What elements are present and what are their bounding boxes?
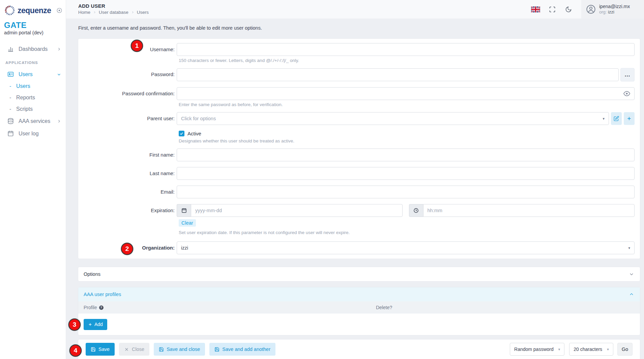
random-password-value: Random password: [514, 347, 554, 352]
sidebar-item-user-log[interactable]: User log: [0, 127, 66, 140]
expiration-label: Expiration:: [78, 204, 177, 217]
caret-down-icon: ▾: [558, 347, 560, 352]
clear-expiration-link[interactable]: Clear: [179, 219, 196, 227]
password-options-button[interactable]: ...: [620, 68, 635, 81]
active-help: Designates whether this user should be t…: [179, 138, 640, 143]
main-area: ADD USER Home User database Users: [66, 0, 644, 359]
sidebar-item-dashboards[interactable]: Dashboards: [0, 43, 66, 55]
caret-down-icon: ▾: [607, 347, 609, 352]
caret-down-icon: ▾: [603, 117, 605, 121]
sidebar-item-aaa-services[interactable]: AAA services: [0, 115, 66, 127]
password-length-value: 20 characters: [574, 347, 602, 352]
save-label: Save: [98, 347, 110, 352]
breadcrumb-user-database[interactable]: User database: [99, 10, 128, 15]
user-menu[interactable]: ipena@izzi.mx org: izzi: [581, 0, 644, 19]
step-badge-4: 4: [69, 345, 82, 357]
expiration-date-input[interactable]: [191, 204, 403, 217]
action-footer: Save Close Save and close Save and add a…: [78, 339, 640, 359]
breadcrumb: Home User database Users: [78, 10, 149, 15]
save-floppy-icon: [214, 347, 219, 352]
email-input[interactable]: [177, 186, 635, 198]
add-parent-user-button[interactable]: [624, 112, 635, 125]
password-length-select[interactable]: 20 characters ▾: [569, 343, 613, 356]
username-row: Username:: [78, 43, 640, 56]
close-x-icon: [124, 347, 129, 352]
random-password-select[interactable]: Random password ▾: [510, 343, 564, 356]
save-button[interactable]: Save: [86, 343, 115, 356]
close-label: Close: [132, 347, 144, 352]
sidebar-item-label: Users: [19, 71, 33, 77]
dash-bullet: -: [9, 83, 16, 89]
brand-subtitle: admin portal (dev): [4, 30, 62, 35]
intro-text: First, enter a username and password. Th…: [78, 19, 640, 39]
chevron-right-icon: [93, 11, 96, 14]
add-profile-label: Add: [94, 322, 103, 327]
first-name-label: First name:: [78, 149, 177, 161]
options-panel[interactable]: Options: [78, 267, 640, 281]
go-button[interactable]: Go: [617, 343, 633, 356]
clock-icon: [413, 208, 419, 213]
dark-mode-moon-icon[interactable]: [565, 6, 572, 13]
save-and-add-another-label: Save and add another: [222, 347, 270, 352]
logo-text: zequenze: [18, 6, 51, 15]
expiration-time-input[interactable]: [423, 204, 635, 217]
edit-parent-user-button[interactable]: [611, 112, 622, 125]
eye-icon[interactable]: [623, 90, 630, 97]
password-confirmation-input[interactable]: [177, 87, 635, 100]
sidebar-subitem-users[interactable]: - Users: [0, 80, 66, 92]
password-row: Password: ...: [78, 68, 640, 81]
aaa-user-profiles-panel: AAA user profiles Profile ? Delete? A: [78, 287, 640, 335]
expiration-help: Set user expiration date. If this parame…: [179, 230, 640, 235]
options-title: Options: [84, 271, 100, 277]
page-title: ADD USER: [78, 3, 149, 9]
date-picker-button[interactable]: [177, 204, 191, 217]
breadcrumb-users[interactable]: Users: [137, 10, 149, 15]
caret-down-icon: ▾: [628, 246, 630, 250]
language-flag-icon[interactable]: [531, 6, 540, 12]
logo-row: zequenze: [0, 3, 66, 16]
email-label: Email:: [78, 186, 177, 198]
sidebar-subitem-reports[interactable]: - Reports: [0, 92, 66, 103]
dash-bullet: -: [9, 95, 16, 101]
sidebar-subitem-scripts[interactable]: - Scripts: [0, 103, 66, 115]
save-floppy-icon: [159, 347, 164, 352]
password-input[interactable]: [177, 68, 619, 81]
save-floppy-icon: [91, 347, 96, 352]
organization-select[interactable]: izzi ▾: [177, 241, 635, 254]
step-badge-2: 2: [121, 243, 133, 255]
user-org: org: izzi: [599, 9, 630, 15]
fullscreen-icon[interactable]: [549, 6, 556, 13]
chevron-up-icon: [629, 292, 634, 297]
edit-pencil-icon: [614, 116, 619, 121]
password-confirmation-label: Password confirmation:: [78, 87, 177, 100]
content-area: First, enter a username and password. Th…: [66, 19, 644, 335]
add-profile-button[interactable]: Add: [84, 319, 107, 330]
username-help: 150 characters or fewer. Letters, digits…: [179, 58, 640, 63]
last-name-input[interactable]: [177, 167, 635, 180]
first-name-input[interactable]: [177, 149, 635, 161]
username-input[interactable]: [177, 43, 635, 56]
step-badge-3: 3: [68, 319, 81, 331]
last-name-label: Last name:: [78, 167, 177, 180]
profiles-table-body: Add: [78, 314, 640, 335]
time-picker-button[interactable]: [409, 204, 423, 217]
close-button[interactable]: Close: [119, 343, 149, 356]
sidebar-item-users-group[interactable]: Users: [0, 68, 66, 80]
active-checkbox[interactable]: [179, 131, 184, 136]
org-label: org:: [599, 9, 607, 14]
last-name-row: Last name:: [78, 167, 640, 180]
chevron-down-icon: [629, 272, 634, 276]
sidebar-nav: Dashboards APPLICATIONS Users -: [0, 43, 66, 140]
sidebar-subitem-label: Scripts: [16, 106, 33, 112]
step-badge-1: 1: [131, 40, 143, 52]
check-icon: [180, 132, 183, 135]
help-question-icon[interactable]: ?: [99, 305, 104, 310]
save-and-close-button[interactable]: Save and close: [154, 343, 205, 356]
plus-icon: [626, 116, 632, 121]
breadcrumb-home[interactable]: Home: [78, 10, 90, 15]
save-and-add-another-button[interactable]: Save and add another: [209, 343, 275, 356]
aaa-panel-header[interactable]: AAA user profiles: [78, 287, 640, 301]
parent-user-select[interactable]: Click for options ▾: [177, 112, 609, 125]
sidebar-collapse-icon[interactable]: [56, 7, 62, 13]
organization-row: Organization: izzi ▾: [78, 241, 640, 254]
